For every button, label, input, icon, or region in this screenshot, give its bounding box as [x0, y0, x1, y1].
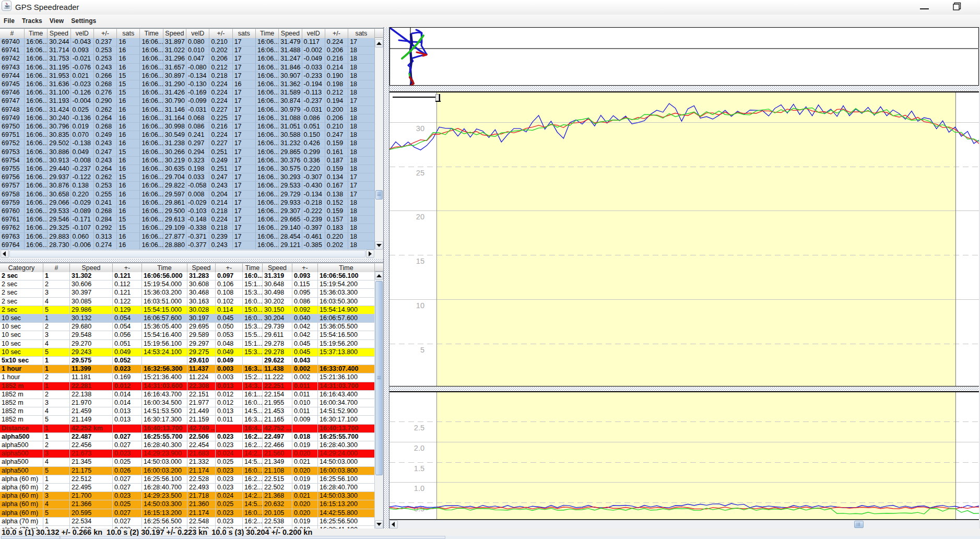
table-row[interactable]: 6974116:06...31.7140.0930.2531616:06...3…	[0, 46, 375, 55]
scroll-down-button[interactable]	[375, 241, 383, 250]
table-row[interactable]: 6976216:06...29.325-0.1070.2921516:06...…	[0, 224, 375, 232]
table-row[interactable]: 6976116:06...29.546-0.1710.2841516:06...…	[0, 216, 375, 224]
column-header[interactable]: Category	[0, 263, 43, 273]
column-header[interactable]: +/-	[94, 29, 117, 39]
chart-hscrollbar[interactable]	[389, 520, 980, 529]
tables-split-divider[interactable]	[0, 259, 383, 262]
table-row[interactable]: alpha500421.3450.02514:50:03.00021.3320.…	[0, 458, 375, 466]
table-row[interactable]: alpha500222.4560.02716:28:40.30022.4540.…	[0, 441, 375, 450]
table-row[interactable]: 6976016:06...29.533-0.0890.2681616:06...…	[0, 207, 375, 216]
table-row[interactable]: 6974016:06...30.244-0.0430.2371616:06...…	[0, 38, 375, 46]
table-row[interactable]: 10 sec329.5480.05615:54:16.40029.5890.05…	[0, 331, 375, 339]
column-header[interactable]: Speed	[48, 29, 70, 39]
table-row[interactable]: 6975316:06...30.8860.0490.2471516:06...3…	[0, 148, 375, 157]
table-row[interactable]: 6975416:06...30.913-0.0080.2431616:06...…	[0, 157, 375, 165]
column-header[interactable]: Time	[243, 263, 263, 273]
results-table-vscrollbar[interactable]	[375, 272, 383, 529]
column-header[interactable]: +/-	[325, 29, 348, 39]
table-row[interactable]: alpha (60 m)421.3660.02514:50:03.30021.3…	[0, 500, 375, 509]
column-header[interactable]: velD	[186, 29, 209, 39]
scroll-up-button[interactable]	[375, 272, 383, 280]
column-header[interactable]: velD	[71, 29, 94, 39]
table-row[interactable]: 10 sec229.6800.05415:36:05.40029.6950.05…	[0, 323, 375, 331]
table-row[interactable]: 1852 m521.1490.01316:30:17.30021.1590.01…	[0, 416, 375, 424]
column-header[interactable]: Speed	[187, 263, 216, 273]
speed-chart-panel[interactable]: 30252015105	[389, 92, 980, 386]
minimize-button[interactable]	[916, 0, 932, 14]
table-row[interactable]: 2 sec131.3020.12116:06:56.00031.2830.097…	[0, 272, 375, 280]
column-header[interactable]: Speed	[70, 263, 113, 273]
table-row[interactable]: 6975516:06...29.440-0.2370.2641616:06...…	[0, 165, 375, 173]
table-row[interactable]: 1852 m421.4590.01314:51:53.50021.4490.01…	[0, 407, 375, 416]
scroll-up-button[interactable]	[375, 39, 383, 48]
column-header[interactable]: #	[43, 263, 70, 273]
column-header[interactable]: +-	[113, 263, 142, 273]
table-row[interactable]: 6974716:06...31.193-0.0040.2901616:06...…	[0, 97, 375, 106]
menu-view[interactable]: View	[50, 17, 64, 25]
scrollbar-thumb[interactable]	[375, 281, 383, 475]
scrollbar-thumb[interactable]	[9, 250, 365, 257]
menu-settings[interactable]: Settings	[71, 17, 96, 25]
table-row[interactable]: alpha500321.6730.02314:29:23.90021.6830.…	[0, 450, 375, 458]
table-row[interactable]: 10 sec429.2700.05115:19:56.10029.2970.04…	[0, 340, 375, 348]
column-header[interactable]: Speed	[163, 29, 186, 39]
table-row[interactable]: 1852 m321.9700.01416:00:34.50021.9770.01…	[0, 399, 375, 407]
table-row[interactable]: 6975616:06...29.937-0.1220.2621516:06...…	[0, 173, 375, 182]
column-header[interactable]: velD	[302, 29, 325, 39]
scroll-left-button[interactable]	[1, 250, 9, 258]
table-row[interactable]: alpha (60 m)520.5950.02716:15:13.20021.1…	[0, 509, 375, 518]
table-row[interactable]: 6974416:06...31.9530.0210.2661516:06...3…	[0, 72, 375, 80]
column-header[interactable]: +/-	[209, 29, 232, 39]
column-header[interactable]: Time	[140, 29, 163, 39]
table-row[interactable]: 1 hour211.1810.16915:21:36.40011.2240.00…	[0, 373, 375, 382]
points-table-hscrollbar[interactable]	[0, 250, 375, 259]
table-row[interactable]: 6975716:06...30.8760.1380.2531616:06...2…	[0, 182, 375, 190]
table-row[interactable]: 1852 m122.2810.01214:31:03.60022.3080.01…	[0, 382, 375, 391]
table-row[interactable]: 6974916:06...30.240-0.1360.2641616:06...…	[0, 114, 375, 123]
scrollbar-thumb[interactable]	[854, 521, 864, 528]
menu-file[interactable]: File	[4, 17, 15, 25]
slider-left-segment[interactable]	[1, 536, 60, 539]
table-row[interactable]: 6974616:06...31.100-0.1260.2761516:06...…	[0, 89, 375, 97]
table-row[interactable]: 2 sec330.3970.12115:36:03.20030.4680.108…	[0, 289, 375, 297]
table-row[interactable]: 6975216:06...29.502-0.1380.2431616:06...…	[0, 139, 375, 148]
table-row[interactable]: 2 sec529.9860.12915:54:15.00030.0280.114…	[0, 306, 375, 314]
slider-thumb[interactable]	[60, 536, 445, 539]
right-split-divider-2[interactable]	[389, 386, 980, 392]
restore-button[interactable]	[948, 0, 963, 14]
main-split-divider[interactable]	[383, 27, 389, 529]
table-row[interactable]: 6976416:06...28.730-0.0060.2741616:06...…	[0, 241, 375, 250]
table-row[interactable]: alpha (60 m)321.7000.02314:29:23.50021.7…	[0, 492, 375, 500]
error-chart-panel[interactable]: 2.52.01.51.00.5	[389, 392, 980, 520]
column-header[interactable]: #	[0, 29, 25, 39]
table-row[interactable]: alpha (60 m)222.4950.02716:28:40.70022.4…	[0, 484, 375, 492]
table-row[interactable]: 2 sec430.0850.12216:03:51.00030.1630.102…	[0, 298, 375, 306]
table-row[interactable]: 1852 m222.1380.01416:16:43.70022.1510.01…	[0, 391, 375, 399]
column-header[interactable]: +-	[216, 263, 243, 273]
column-header[interactable]: Speed	[263, 263, 292, 273]
table-row[interactable]: Distance142.252 km16:40:13.70042.749 ...…	[0, 425, 375, 433]
column-header[interactable]: sats	[348, 29, 374, 39]
table-row[interactable]: 1 hour111.3990.02316:32:56.30011.4370.00…	[0, 365, 375, 373]
table-row[interactable]: 6974316:06...31.195-0.0760.2431616:06...…	[0, 64, 375, 72]
bottom-slider-strip[interactable]	[0, 536, 980, 539]
table-row[interactable]: alpha500521.1750.02616:00:03.20021.1740.…	[0, 467, 375, 475]
column-header[interactable]: Time	[142, 263, 187, 273]
table-row[interactable]: 6974216:06...31.753-0.0210.2531616:06...…	[0, 55, 375, 63]
points-table[interactable]: #TimeSpeedvelD+/-satsTimeSpeedvelD+/-sat…	[0, 28, 375, 250]
table-row[interactable]: 6974816:06...31.4240.0250.2621616:06...3…	[0, 106, 375, 114]
column-header[interactable]: +-	[292, 263, 318, 273]
menu-tracks[interactable]: Tracks	[22, 17, 42, 25]
table-row[interactable]: 5x10 sec129.5750.05229.6100.04929.6220.0…	[0, 357, 375, 365]
points-table-vscrollbar[interactable]	[375, 39, 383, 250]
scroll-right-button[interactable]	[366, 250, 374, 258]
table-row[interactable]: alpha500122.4870.02716:25:55.70022.5060.…	[0, 433, 375, 441]
scrollbar-thumb[interactable]	[375, 190, 383, 200]
column-header[interactable]: Speed	[279, 29, 302, 39]
scroll-left-button[interactable]	[389, 520, 398, 529]
right-split-divider-1[interactable]	[389, 86, 980, 92]
scroll-down-button[interactable]	[375, 520, 383, 529]
results-table[interactable]: Category#Speed+-TimeSpeed+-TimeSpeed+-Ti…	[0, 262, 375, 529]
table-row[interactable]: 6974516:06...31.636-0.0230.2681516:06...…	[0, 80, 375, 89]
table-row[interactable]: 6976316:06...29.8830.0600.3131616:06...2…	[0, 233, 375, 241]
